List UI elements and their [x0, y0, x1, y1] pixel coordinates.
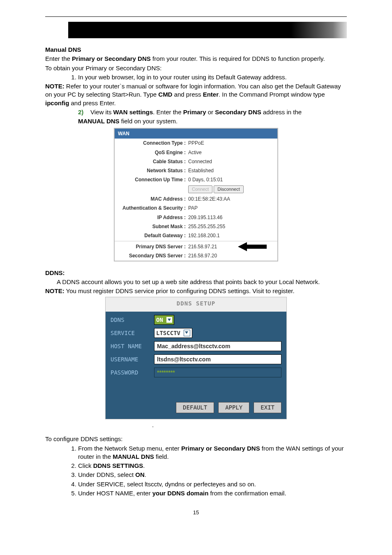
default-button[interactable]: DEFAULT	[176, 402, 214, 413]
ddns-setup-panel: DDNS SETUP DDNS ON SERVICE LTSCCTV HOST …	[105, 297, 287, 419]
arrow-left-icon	[238, 242, 267, 251]
list-item: Click DDNS SETTINGS.	[78, 462, 347, 470]
wan-lbl: Connection Up Time :	[118, 176, 186, 183]
ddns-panel-title: DDNS SETUP	[106, 297, 286, 312]
wan-lbl: MAC Address :	[118, 196, 186, 202]
wan-lbl: Cable Status :	[118, 158, 186, 165]
svg-marker-0	[238, 242, 267, 251]
wan-val: Connected	[186, 158, 212, 165]
list-item: Under HOST NAME, enter your DDNS domain …	[78, 489, 347, 497]
header-bar	[68, 22, 347, 38]
manual-step-list-1: In your web browser, log in to your rout…	[67, 73, 347, 81]
manual-intro-1: Enter the Primary or Secondary DNS from …	[45, 55, 347, 63]
list-item: In your web browser, log in to your rout…	[78, 73, 347, 81]
ddns-label: HOST NAME	[111, 342, 154, 350]
ddns-note: NOTE: You must register DDNS service pri…	[45, 287, 347, 295]
wan-val: 0 Days, 0:15:01	[186, 176, 223, 183]
wan-lbl: Secondary DNS Server :	[118, 252, 186, 259]
top-rule	[45, 16, 347, 17]
wan-val: PAP	[186, 205, 198, 211]
wan-lbl: Primary DNS Server :	[118, 243, 186, 250]
ddns-heading: DDNS:	[45, 269, 347, 277]
service-select[interactable]: LTSCCTV	[154, 328, 192, 338]
exit-button[interactable]: EXIT	[254, 402, 281, 413]
list-item: From the Network Setup menu, enter Prima…	[78, 444, 347, 461]
configure-heading: To configure DDNS settings:	[45, 435, 347, 443]
username-input[interactable]: ltsdns@ltscctv.com	[154, 354, 281, 364]
manual-intro-2: To obtain your Primary or Secondary DNS:	[45, 64, 347, 72]
disconnect-button[interactable]: Disconnect	[214, 185, 243, 193]
hostname-input[interactable]: Mac_address@ltscctv.com	[154, 341, 281, 351]
ddns-intro: A DDNS account allows you to set up a we…	[45, 278, 347, 286]
wan-val: Active	[186, 149, 202, 156]
apply-button[interactable]: APPLY	[218, 402, 249, 413]
wan-val: 255.255.255.255	[186, 223, 225, 230]
wan-val: PPPoE	[186, 140, 204, 146]
wan-val: 216.58.97.21	[186, 243, 217, 250]
wan-lbl: Network Status :	[118, 167, 186, 174]
ddns-on-select[interactable]: ON	[154, 315, 174, 325]
wan-val: 216.58.97.20	[186, 252, 217, 259]
ddns-label: SERVICE	[111, 329, 154, 337]
wan-val: Established	[186, 167, 214, 174]
page-number: 15	[45, 509, 347, 516]
wan-status-panel: WAN Connection Type :PPPoE QoS Engine :A…	[114, 128, 278, 261]
ddns-label: PASSWORD	[111, 369, 154, 377]
wan-lbl: Default Gateway :	[118, 232, 186, 239]
wan-lbl: Connection Type :	[118, 140, 186, 146]
wan-val: 00:1E:58:2E:43:AA	[186, 196, 230, 202]
wan-lbl: Subnet Mask :	[118, 223, 186, 230]
connect-button[interactable]: Connect	[188, 185, 212, 193]
manual-dns-heading: Manual DNS	[45, 46, 347, 54]
configure-list: From the Network Setup menu, enter Prima…	[67, 444, 347, 498]
password-input[interactable]: ********	[154, 368, 281, 377]
manual-note: NOTE: Refer to your router`s manual or s…	[45, 82, 347, 107]
list-item: Under SERVICE, select ltscctv, dyndns or…	[78, 480, 347, 488]
manual-step-2b: MANUAL DNS field on your system.	[78, 117, 347, 125]
wan-val: 192.168.200.1	[186, 232, 220, 239]
ddns-label: DDNS	[111, 316, 154, 324]
list-item: Under DDNS, select ON.	[78, 471, 347, 479]
wan-title: WAN	[115, 129, 277, 139]
wan-val: 209.195.113.46	[186, 214, 222, 221]
manual-step-2: 2) View its WAN settings. Enter the Prim…	[78, 108, 347, 116]
wan-lbl: QoS Engine :	[118, 149, 186, 156]
ddns-label: USERNAME	[111, 356, 154, 363]
wan-lbl: IP Address :	[118, 214, 186, 221]
period: .	[152, 421, 154, 428]
wan-lbl: Authentication & Security :	[118, 205, 186, 211]
